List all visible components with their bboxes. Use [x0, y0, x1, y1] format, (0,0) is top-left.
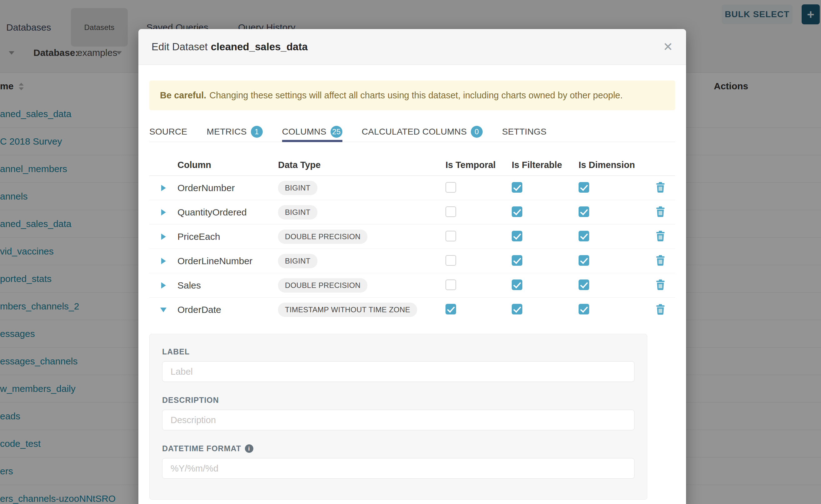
is-filterable-checkbox[interactable]	[512, 279, 522, 290]
is-temporal-checkbox[interactable]	[446, 206, 456, 217]
caret-right-icon	[161, 282, 166, 289]
delete-column-button[interactable]	[656, 206, 665, 218]
modal-header: Edit Datasetcleaned_sales_data ✕	[138, 29, 686, 65]
is-dimension-checkbox[interactable]	[579, 206, 589, 217]
column-row: OrderNumber BIGINT	[149, 176, 675, 200]
columns-table-header: Column Data Type Is Temporal Is Filterab…	[149, 155, 675, 176]
is-temporal-checkbox[interactable]	[446, 182, 456, 193]
trash-icon	[656, 279, 665, 290]
column-row-expanded: OrderDate TIMESTAMP WITHOUT TIME ZONE	[149, 298, 675, 322]
caret-right-icon	[161, 258, 166, 264]
tab-source[interactable]: SOURCE	[149, 122, 187, 142]
header-data-type: Data Type	[278, 160, 446, 170]
data-type-pill: BIGINT	[278, 205, 317, 220]
delete-column-button[interactable]	[656, 231, 665, 242]
caret-right-icon	[161, 234, 166, 240]
trash-icon	[656, 255, 665, 266]
column-name: OrderDate	[177, 304, 278, 315]
columns-table: Column Data Type Is Temporal Is Filterab…	[149, 155, 675, 322]
description-input[interactable]	[162, 410, 635, 430]
header-is-filterable: Is Filterable	[512, 160, 579, 170]
warning-text: Changing these settings will affect all …	[209, 90, 623, 101]
expand-toggle[interactable]	[149, 282, 177, 289]
trash-icon	[656, 304, 665, 315]
is-dimension-checkbox[interactable]	[579, 304, 589, 314]
warning-banner: Be careful. Changing these settings will…	[149, 81, 675, 110]
is-dimension-checkbox[interactable]	[579, 255, 589, 266]
close-button[interactable]: ✕	[663, 41, 673, 53]
datasets-page: { "nav": { "items": ["Databases", "Datas…	[0, 0, 821, 504]
delete-column-button[interactable]	[656, 304, 665, 316]
tab-columns[interactable]: COLUMNS25	[282, 122, 342, 142]
tab-settings[interactable]: SETTINGS	[502, 122, 547, 142]
data-type-pill: BIGINT	[278, 254, 317, 268]
modal-title: Edit Datasetcleaned_sales_data	[151, 41, 308, 53]
calculated-columns-count-badge: 0	[471, 126, 483, 138]
caret-down-icon	[160, 308, 166, 312]
tab-label: COLUMNS	[282, 127, 326, 137]
is-filterable-checkbox[interactable]	[512, 255, 522, 266]
caret-right-icon	[161, 209, 166, 215]
column-row: OrderLineNumber BIGINT	[149, 249, 675, 273]
description-field-group: DESCRIPTION	[162, 396, 635, 430]
label-field-label: LABEL	[162, 347, 635, 356]
columns-count-badge: 25	[330, 126, 342, 138]
expand-toggle[interactable]	[149, 185, 177, 191]
trash-icon	[656, 206, 665, 217]
expand-toggle[interactable]	[149, 258, 177, 264]
delete-column-button[interactable]	[656, 279, 665, 291]
modal-dataset-name: cleaned_sales_data	[211, 41, 308, 52]
delete-column-button[interactable]	[656, 182, 665, 194]
modal-body: Be careful. Changing these settings will…	[138, 65, 686, 500]
data-type-pill: DOUBLE PRECISION	[278, 278, 367, 293]
delete-column-button[interactable]	[656, 255, 665, 267]
close-icon: ✕	[663, 40, 673, 53]
modal-tabs: SOURCE METRICS1 COLUMNS25 CALCULATED COL…	[149, 122, 675, 142]
is-temporal-checkbox[interactable]	[446, 231, 456, 241]
is-dimension-checkbox[interactable]	[579, 279, 589, 290]
tab-label: SETTINGS	[502, 127, 547, 137]
is-temporal-checkbox[interactable]	[446, 304, 456, 314]
description-field-label: DESCRIPTION	[162, 396, 635, 405]
is-dimension-checkbox[interactable]	[579, 182, 589, 193]
warning-bold: Be careful.	[160, 90, 206, 101]
label-input[interactable]	[162, 361, 635, 382]
column-name: Sales	[177, 280, 278, 291]
column-name: OrderNumber	[177, 183, 278, 193]
expand-toggle[interactable]	[149, 234, 177, 240]
header-is-temporal: Is Temporal	[446, 160, 512, 170]
datetime-format-input[interactable]	[162, 458, 635, 479]
is-filterable-checkbox[interactable]	[512, 206, 522, 217]
tab-label: CALCULATED COLUMNS	[362, 127, 467, 137]
data-type-pill: TIMESTAMP WITHOUT TIME ZONE	[278, 303, 417, 317]
trash-icon	[656, 182, 665, 193]
column-editor-panel: LABEL DESCRIPTION DATETIME FORMAT i	[149, 334, 647, 500]
data-type-pill: BIGINT	[278, 181, 317, 195]
datetime-format-field-label: DATETIME FORMAT i	[162, 444, 635, 453]
field-label-text: DATETIME FORMAT	[162, 444, 241, 453]
datetime-format-field-group: DATETIME FORMAT i	[162, 444, 635, 479]
label-field-group: LABEL	[162, 347, 635, 382]
expand-toggle[interactable]	[149, 209, 177, 215]
column-row: QuantityOrdered BIGINT	[149, 200, 675, 225]
is-filterable-checkbox[interactable]	[512, 182, 522, 193]
is-filterable-checkbox[interactable]	[512, 231, 522, 241]
trash-icon	[656, 231, 665, 241]
collapse-toggle[interactable]	[149, 308, 177, 312]
metrics-count-badge: 1	[251, 126, 263, 138]
edit-dataset-modal: Edit Datasetcleaned_sales_data ✕ Be care…	[138, 29, 686, 504]
caret-right-icon	[161, 185, 166, 191]
data-type-pill: DOUBLE PRECISION	[278, 230, 367, 244]
header-column: Column	[177, 160, 278, 170]
is-filterable-checkbox[interactable]	[512, 304, 522, 314]
column-name: QuantityOrdered	[177, 207, 278, 218]
info-icon[interactable]: i	[245, 444, 253, 453]
column-name: OrderLineNumber	[177, 256, 278, 266]
is-dimension-checkbox[interactable]	[579, 231, 589, 241]
modal-title-prefix: Edit Dataset	[151, 41, 208, 52]
tab-calculated-columns[interactable]: CALCULATED COLUMNS0	[362, 122, 483, 142]
tab-metrics[interactable]: METRICS1	[207, 122, 263, 142]
is-temporal-checkbox[interactable]	[446, 279, 456, 290]
tab-label: METRICS	[207, 127, 247, 137]
is-temporal-checkbox[interactable]	[446, 255, 456, 266]
